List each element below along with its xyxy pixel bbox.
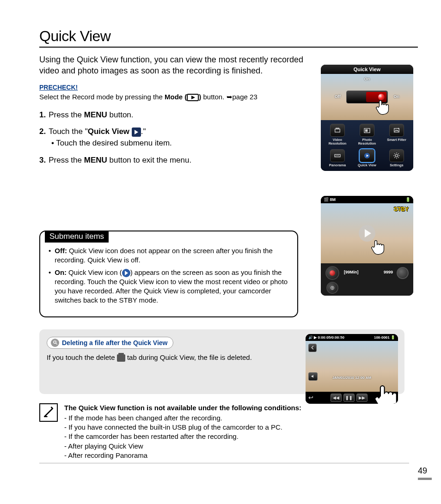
forward-button[interactable]: ▶▶ — [356, 394, 368, 402]
submenu-title: Submenu items — [45, 231, 109, 243]
submenu-list: • Off:Quick View icon does not appear on… — [49, 246, 289, 305]
toggle-state-label: On — [364, 77, 370, 81]
device-menu-grid: Video Resolution Photo Resolution Smart … — [321, 120, 413, 171]
svg-rect-5 — [365, 129, 368, 132]
playback-topbar: 🔊 ▶ 0:00:05/0:00:50 100-0001 🔋 — [306, 334, 398, 341]
tip-pill: Deleting a file after the Quick View — [47, 337, 173, 349]
step-3: 3.Press the MENU button to exit the menu… — [39, 155, 294, 166]
timestamp-label: JAN/01/2010 12:00 AM — [306, 376, 398, 380]
shots-remain-label: 9999 — [384, 270, 393, 274]
menu-video-resolution[interactable]: Video Resolution — [324, 123, 351, 146]
device-menu-title: Quick View — [321, 65, 413, 74]
pause-button[interactable]: ❚❚ — [343, 394, 355, 402]
svg-rect-2 — [335, 129, 340, 132]
svg-line-1 — [55, 343, 57, 345]
svg-rect-3 — [336, 128, 339, 129]
zoom-button[interactable]: ⊕ — [326, 282, 338, 294]
submenu-off: • Off:Quick View icon does not appear on… — [49, 246, 289, 265]
record-button[interactable] — [325, 266, 339, 280]
step-2: 2.Touch the "Quick View ." • Touch the d… — [39, 126, 294, 149]
mode-icon — [187, 94, 199, 101]
menu-panorama[interactable]: Panorama — [324, 148, 351, 168]
delete-icon — [117, 354, 125, 362]
note-item: - If the mode has been changed after the… — [64, 413, 301, 423]
note-item: - If you have connected the built-in USB… — [64, 423, 301, 432]
quickview-icon — [132, 128, 141, 137]
svg-point-7 — [398, 128, 399, 129]
submenu-box: Submenu items • Off:Quick View icon does… — [39, 231, 298, 317]
steps-list: 1.Press the MENU button. 2.Touch the "Qu… — [39, 109, 294, 166]
device-standby: 🎬 8M 🔋 STBY ⊕ [99Min] 9999 — [321, 196, 413, 296]
note-row: The Quick View function is not available… — [39, 403, 409, 464]
note-body: The Quick View function is not available… — [64, 403, 301, 461]
menu-quick-view[interactable]: Quick View — [353, 148, 381, 168]
hand-cursor-icon — [374, 97, 392, 115]
note-icon — [39, 403, 58, 422]
play-round-icon — [122, 269, 130, 277]
svg-point-0 — [53, 341, 56, 344]
precheck-link[interactable]: PRECHECK! — [39, 84, 78, 91]
menu-smart-filter[interactable]: Smart Filter — [383, 123, 410, 146]
camera-button[interactable] — [397, 267, 409, 279]
back-arrow-button[interactable] — [308, 344, 317, 352]
standby-controls: ⊕ [99Min] 9999 — [321, 263, 413, 296]
magnify-icon — [51, 339, 59, 347]
step-2-sub: • Touch the desired submenu item. — [39, 138, 294, 149]
menu-settings[interactable]: Settings — [383, 148, 410, 168]
menu-photo-resolution[interactable]: Photo Resolution — [353, 123, 381, 146]
rewind-button[interactable]: ◀◀ — [331, 394, 342, 402]
tip-box: Deleting a file after the Quick View If … — [39, 329, 404, 394]
toggle-on-label: On — [394, 94, 400, 99]
stby-label: STBY — [394, 206, 409, 213]
standby-topbar: 🎬 8M 🔋 — [321, 196, 413, 203]
tip-pill-label: Deleting a file after the Quick View — [62, 339, 167, 346]
note-item: - After recording Panorama — [64, 451, 301, 460]
time-remain-label: [99Min] — [344, 270, 359, 274]
step-1: 1.Press the MENU button. — [39, 109, 294, 121]
device-playback: 🔊 ▶ 0:00:05/0:00:50 100-0001 🔋 JAN/01/20… — [306, 334, 398, 404]
return-button[interactable]: ↩ — [308, 394, 313, 401]
page-number: 49 — [418, 466, 432, 480]
note-item: - If the camcorder has been restarted af… — [64, 432, 301, 441]
hand-cursor-icon — [370, 380, 398, 404]
svg-point-10 — [395, 154, 398, 157]
device-menu: Quick View On Off On Video Resolution Ph… — [321, 65, 413, 171]
submenu-on: • On:Quick View icon () appears on the s… — [49, 268, 289, 305]
toggle-off-label: Off — [335, 94, 341, 99]
note-item: - After playing Quick View — [64, 442, 301, 451]
intro-text: Using the Quick View function, you can v… — [39, 54, 307, 77]
hand-cursor-icon — [369, 237, 387, 255]
page-title: Quick View — [39, 28, 418, 48]
